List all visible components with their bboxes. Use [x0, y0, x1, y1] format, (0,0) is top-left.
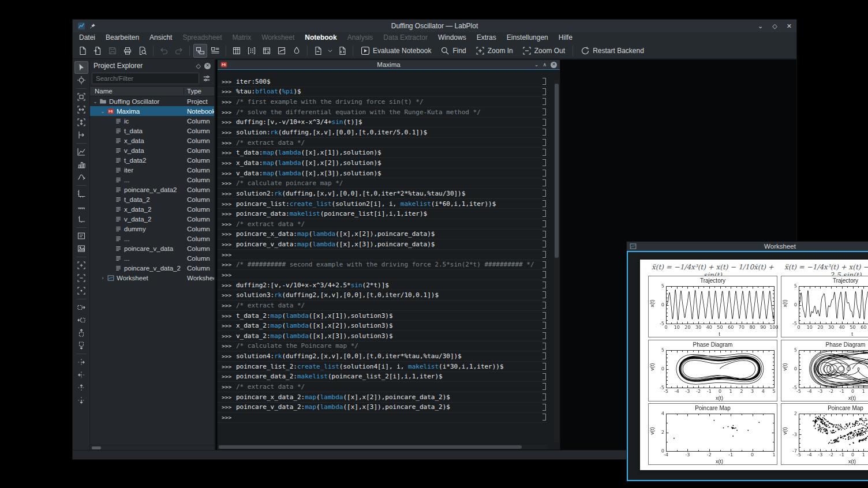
notebook-cell-32[interactable]: >>>poincare_x_data_2:map(lambda([x],x[2]…	[218, 392, 547, 403]
menu-extras[interactable]: Extras	[472, 32, 502, 43]
notebook-cell-29[interactable]: >>>poincare_list_2:create_list(solution4…	[218, 362, 547, 372]
menu-notebook[interactable]: Notebook	[300, 32, 342, 43]
notebook-cell-19[interactable]: >>>/* ########## second example with the…	[218, 260, 547, 271]
tree-row-iter[interactable]: iterColumn	[90, 165, 214, 175]
document-new-button[interactable]	[76, 44, 89, 58]
new-notebook-button[interactable]	[311, 44, 325, 58]
plot-phase-2[interactable]: Phase Diagramx(t)v(t)	[781, 340, 868, 401]
notebook-cell-1[interactable]: >>>iter:500$	[218, 77, 547, 87]
notebook-cell-6[interactable]: >>>solution:rk(duffing,[x,v],[0,0],[t,0,…	[218, 127, 547, 138]
close-panel-button[interactable]: ✕	[204, 63, 211, 69]
search-input[interactable]	[92, 73, 199, 84]
notebook-cell-10[interactable]: >>>v_data:map(lambda([x],x[3]),solution)…	[218, 168, 547, 179]
zoom-fit-box-button[interactable]	[74, 284, 88, 297]
shift-down-button[interactable]	[74, 339, 88, 352]
axes-corner-button[interactable]	[74, 213, 88, 226]
image-frame-button[interactable]	[74, 242, 88, 255]
find-button[interactable]: Find	[436, 44, 470, 58]
nudge-left-button[interactable]	[74, 369, 88, 381]
notebook-cell-15[interactable]: >>>/* extract data */	[218, 219, 547, 230]
print-preview-button[interactable]	[136, 44, 149, 58]
new-matrix-button[interactable]	[245, 44, 259, 58]
expander-icon[interactable]: ›	[99, 275, 106, 281]
plot-phase-1[interactable]: Phase Diagramx(t)v(t)	[648, 340, 777, 401]
text-frame-button[interactable]	[74, 230, 88, 242]
plot-trajectory-2[interactable]: Trajectorytx(t)	[781, 276, 868, 337]
notebook-cell-17[interactable]: >>>poincare_v_data:map(lambda([x],x[3]),…	[218, 239, 547, 250]
notebook-cell-30[interactable]: >>>poincare_data_2:makelist(poincare_lis…	[218, 372, 547, 382]
notebook-vscrollbar[interactable]	[554, 80, 559, 442]
new-script-button[interactable]	[335, 44, 349, 58]
tree-row-v_data[interactable]: v_dataColumn	[90, 145, 214, 155]
notebook-cell-5[interactable]: >>>duffing:[v,-v/10+x-x^3/4+sin(t)]$	[218, 118, 547, 128]
menu-einstellungen[interactable]: Einstellungen	[502, 32, 553, 43]
notebook-cell-14[interactable]: >>>poincare_data:makelist(poincare_list[…	[218, 209, 547, 219]
notebook-cell-7[interactable]: >>>/* extract data */	[218, 138, 547, 148]
close-button[interactable]: ✕	[787, 23, 792, 29]
subwindow-maximize-button[interactable]: ∧	[542, 62, 547, 67]
notebook-cell-12[interactable]: >>>solution2:rk(duffing,[x,v],[0,0],[t,0…	[218, 189, 547, 199]
notebook-cell-16[interactable]: >>>poincare_x_data:map(lambda([x],x[2]),…	[218, 230, 547, 240]
color-theme-button[interactable]	[290, 44, 304, 58]
shift-left-button[interactable]	[74, 314, 88, 326]
navigate-arrow-button[interactable]	[74, 61, 88, 74]
notebook-cell-28[interactable]: >>>solution4:rk(duffing2,[x,v],[0,0],[t,…	[218, 351, 547, 362]
plot-poincare-2[interactable]: Poincare Mapx(t)v(t)	[781, 403, 868, 465]
notebook-cell-31[interactable]: >>>/* extract data */	[218, 382, 547, 392]
tree-row-worksheet[interactable]: ›WorksheetWorksheet	[90, 273, 214, 283]
zoom-select-button[interactable]	[74, 91, 88, 103]
notebook-cell-20[interactable]: >>>	[218, 270, 547, 280]
tree-row-t_data_2[interactable]: t_data_2Column	[90, 194, 214, 204]
tree-row-maxima[interactable]: ⌄MaximaNotebook	[90, 106, 214, 116]
notebook-cell-23[interactable]: >>>/* extract data */	[218, 301, 547, 311]
zoom-out-box-button[interactable]	[74, 272, 88, 284]
notebook-title-bar[interactable]: Maxima ⌄ ∧ ✕	[218, 60, 560, 69]
float-panel-button[interactable]: ◇	[196, 62, 201, 70]
new-spreadsheet-button[interactable]	[230, 44, 244, 58]
nudge-up-button[interactable]	[74, 381, 88, 394]
notebook-cell-18[interactable]: >>>	[218, 250, 547, 260]
tree-row-x_data_2[interactable]: x_data_2Column	[90, 204, 214, 214]
nudge-down-button[interactable]	[74, 394, 88, 407]
project-explorer-toggle-button[interactable]	[193, 44, 207, 58]
worksheet-title-bar[interactable]: Worksheet ⌄ ∧ ✕	[627, 242, 868, 251]
plot-curve-button[interactable]	[74, 171, 88, 183]
notebook-cell-2[interactable]: >>>%tau:bfloat(%pi)$	[218, 87, 547, 97]
tree-row-[interactable]: ...Column	[90, 234, 214, 243]
nudge-right-button[interactable]	[74, 356, 88, 369]
column-header-name[interactable]: Name	[90, 88, 184, 95]
zoom-out-button[interactable]: Zoom Out	[518, 44, 570, 58]
tree-row-x_data[interactable]: x_dataColumn	[90, 136, 214, 145]
tree-row-t_data2[interactable]: t_data2Column	[90, 155, 214, 165]
restart-backend-button[interactable]: Restart Backend	[576, 44, 649, 58]
notebook-cell-22[interactable]: >>>solution3:rk(duffing2,[x,v],[0,0],[t,…	[218, 290, 547, 301]
column-header-type[interactable]: Type	[184, 88, 214, 95]
notebook-cell-21[interactable]: >>>duffing2:[v,-v/10+x-x^3/4+2.5*sin(2*t…	[218, 280, 547, 291]
tree-header[interactable]: Name Type	[90, 86, 214, 96]
expander-icon[interactable]: ⌄	[99, 108, 106, 114]
axes-bottom-button[interactable]	[74, 200, 88, 213]
notebook-cell-3[interactable]: >>>/* first example with the driving for…	[218, 97, 547, 107]
notebook-cell-4[interactable]: >>>/* solve the differential equation wi…	[218, 107, 547, 118]
menu-windows[interactable]: Windows	[433, 32, 472, 43]
notebook-cell-25[interactable]: >>>x_data_2:map(lambda([x],x[2]),solutio…	[218, 321, 547, 331]
tree-row-t_data[interactable]: t_dataColumn	[90, 126, 214, 136]
menu-bearbeiten[interactable]: Bearbeiten	[100, 32, 144, 43]
tree-row-duffingoscillator[interactable]: ⌄Duffing OscillatorProject	[90, 96, 214, 106]
plot-xy-button[interactable]	[74, 145, 88, 158]
new-worksheet-button[interactable]	[275, 44, 289, 58]
chevron-down-button[interactable]	[326, 44, 334, 58]
cursor-line-button[interactable]	[74, 129, 88, 141]
notebook-cell-11[interactable]: >>>/* calculate poincare map */	[218, 178, 547, 189]
plot-poincare-1[interactable]: Poincare Mapx(t)v(t)	[648, 403, 777, 465]
tree-row-[interactable]: ...Column	[90, 253, 214, 263]
filter-options-icon[interactable]	[201, 73, 212, 84]
tree-row-dummy[interactable]: dummyColumn	[90, 224, 214, 234]
zoom-y-select-button[interactable]	[74, 116, 88, 129]
expander-icon[interactable]: ⌄	[92, 99, 99, 104]
minimize-button[interactable]: ⌄	[758, 23, 763, 29]
notebook-cell-8[interactable]: >>>t_data:map(lambda([x],x[1]),solution)…	[218, 148, 547, 158]
shift-right-button[interactable]	[74, 301, 88, 314]
new-workbook-button[interactable]	[260, 44, 274, 58]
notebook-hscrollbar[interactable]	[218, 444, 547, 449]
